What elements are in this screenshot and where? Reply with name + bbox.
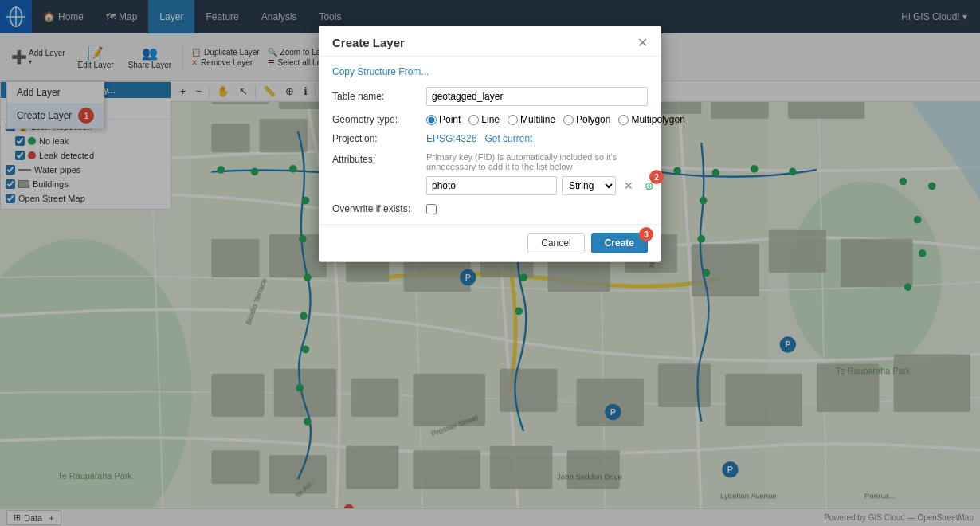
attributes-note: Primary key (FID) is automatically inclu… — [426, 152, 657, 171]
attr-remove-btn[interactable]: ✕ — [621, 178, 637, 194]
geometry-multipolygon[interactable]: Multipolygon — [618, 114, 684, 125]
radio-line[interactable] — [468, 115, 479, 125]
modal-close-button[interactable]: ✕ — [637, 37, 648, 49]
label-polygon: Polygon — [576, 114, 610, 125]
table-name-input[interactable] — [426, 87, 648, 106]
table-name-label: Table name: — [332, 91, 420, 102]
geometry-point[interactable]: Point — [426, 114, 461, 125]
step-badge-2: 2 — [649, 170, 664, 184]
attribute-row: 2 String Integer Float Date ✕ ⊕ — [426, 176, 657, 195]
radio-multipolygon[interactable] — [618, 115, 629, 125]
attributes-row: Attributes: Primary key (FID) is automat… — [332, 152, 648, 195]
epsg-link[interactable]: EPSG:4326 — [426, 133, 476, 144]
projection-label: Projection: — [332, 133, 420, 144]
projection-row: Projection: EPSG:4326 Get current — [332, 133, 648, 144]
attributes-label: Attributes: — [332, 152, 420, 165]
copy-structure-link[interactable]: Copy Structure From... — [332, 66, 648, 77]
get-current-link[interactable]: Get current — [484, 133, 532, 144]
create-button[interactable]: Create 3 — [591, 233, 648, 253]
create-layer-modal: Create Layer ✕ Copy Structure From... Ta… — [319, 26, 661, 262]
attr-field-input[interactable] — [426, 176, 557, 195]
modal-title: Create Layer — [332, 36, 405, 49]
radio-point[interactable] — [426, 115, 437, 125]
projection-links: EPSG:4326 Get current — [426, 133, 532, 144]
create-button-label: Create — [605, 237, 634, 249]
geometry-polygon[interactable]: Polygon — [563, 114, 610, 125]
label-line: Line — [481, 114, 500, 125]
attributes-section: Primary key (FID) is automatically inclu… — [426, 152, 657, 195]
attr-type-select[interactable]: String Integer Float Date — [562, 176, 616, 195]
radio-polygon[interactable] — [563, 115, 574, 125]
step-badge-3: 3 — [639, 227, 653, 241]
radio-multiline[interactable] — [508, 115, 518, 125]
label-multiline: Multiline — [520, 114, 555, 125]
modal-body: Copy Structure From... Table name: Geome… — [319, 57, 661, 224]
geometry-type-row: Geometry type: Point Line Multiline Poly… — [332, 114, 648, 125]
geometry-type-group: Point Line Multiline Polygon Multipolygo… — [426, 114, 685, 125]
label-multipolygon: Multipolygon — [631, 114, 684, 125]
geometry-type-label: Geometry type: — [332, 114, 420, 125]
label-point: Point — [439, 114, 461, 125]
cancel-button[interactable]: Cancel — [527, 233, 584, 253]
modal-footer: Cancel Create 3 — [319, 224, 661, 261]
geometry-line[interactable]: Line — [468, 114, 500, 125]
overwrite-row: Overwrite if exists: — [332, 203, 648, 214]
modal-header: Create Layer ✕ — [319, 26, 661, 57]
overwrite-checkbox[interactable] — [426, 204, 437, 214]
overwrite-label: Overwrite if exists: — [332, 203, 420, 214]
table-name-row: Table name: — [332, 87, 648, 106]
geometry-multiline[interactable]: Multiline — [508, 114, 555, 125]
